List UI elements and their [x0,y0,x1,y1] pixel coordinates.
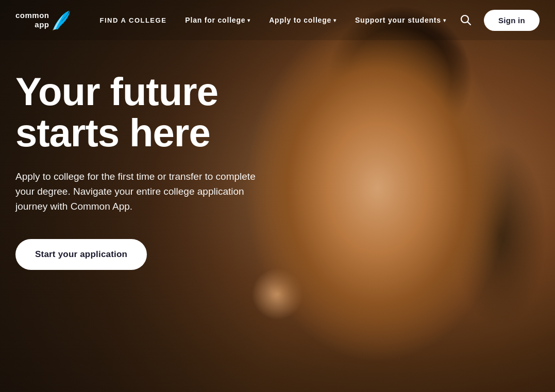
search-button[interactable] [456,10,476,30]
logo-text-line1: common [15,11,49,20]
hero-content: Your future starts here Apply to college… [0,40,299,270]
logo[interactable]: common app [15,8,70,32]
nav-support-students[interactable]: Support your students ▾ [346,11,456,29]
nav-apply-to-college[interactable]: Apply to college ▾ [260,11,346,29]
support-chevron: ▾ [443,18,446,23]
search-icon [460,14,472,26]
nav-right: Sign in [456,10,540,31]
hero-title: Your future starts here [15,71,283,154]
logo-icon [49,8,70,32]
nav-links: FIND A COLLEGE Plan for college ▾ Apply … [91,11,456,29]
logo-text-line2: app [35,20,49,29]
nav-plan-for-college[interactable]: Plan for college ▾ [176,11,260,29]
nav-find-college[interactable]: FIND A COLLEGE [91,11,176,29]
apply-college-chevron: ▾ [333,18,337,23]
plan-college-chevron: ▾ [247,18,250,23]
hero-subtitle: Apply to college for the first time or t… [15,169,273,214]
svg-line-1 [467,22,470,25]
navbar: common app FIND A COLLEGE Plan for colle… [0,0,555,40]
hero-section: common app FIND A COLLEGE Plan for colle… [0,0,555,392]
start-application-button[interactable]: Start your application [15,239,147,270]
signin-button[interactable]: Sign in [484,10,540,31]
